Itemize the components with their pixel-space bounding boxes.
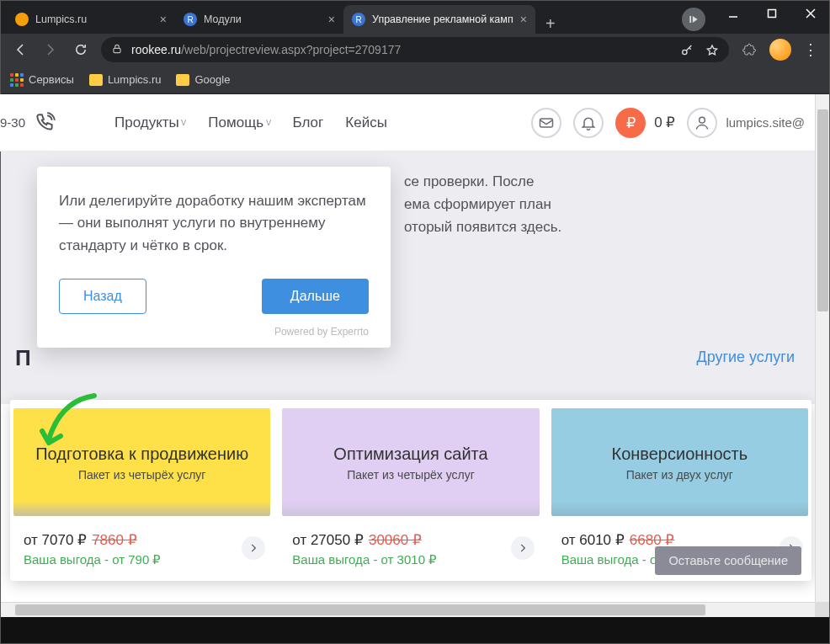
favicon-icon	[15, 13, 29, 26]
svg-point-8	[700, 117, 705, 123]
address-bar: rookee.ru/web/projectreview.aspx?project…	[0, 34, 830, 66]
horizontal-scrollbar[interactable]	[0, 602, 815, 617]
tab-title: Модули	[204, 13, 322, 25]
tab-title: Lumpics.ru	[35, 13, 153, 25]
browser-tab[interactable]: R Модули ×	[175, 5, 343, 34]
onboarding-popup: Или делегируйте доработку нашим эксперта…	[37, 167, 391, 348]
section-heading: П	[15, 345, 31, 371]
ruble-icon: ₽	[615, 108, 646, 138]
card-subtitle: Пакет из двух услуг	[626, 468, 733, 482]
favicon-icon: R	[352, 13, 365, 26]
balance-text: 0 ₽	[654, 114, 675, 131]
svg-rect-7	[540, 119, 553, 127]
scroll-right-button[interactable]	[768, 603, 815, 617]
vertical-scrollbar[interactable]	[815, 94, 830, 602]
user-menu[interactable]: lumpics.site@	[687, 108, 805, 138]
apps-button[interactable]: Сервисы	[10, 73, 74, 87]
card-subtitle: Пакет из четырёх услуг	[78, 468, 206, 482]
scroll-thumb[interactable]	[817, 109, 828, 311]
svg-point-6	[683, 50, 687, 54]
card-benefit: Ваша выгода - от 3010 ₽	[292, 552, 529, 567]
browser-tab[interactable]: Lumpics.ru ×	[7, 5, 175, 34]
card-price: от 27050 ₽	[292, 532, 364, 548]
nav-forward-button	[37, 36, 64, 63]
service-card-optimization[interactable]: Оптимизация сайта Пакет из четырёх услуг…	[282, 408, 539, 576]
card-subtitle: Пакет из четырёх услуг	[347, 468, 475, 482]
url-host: rookee.ru	[131, 43, 181, 56]
bookmark-star-icon[interactable]	[705, 43, 719, 56]
bookmarks-bar: Сервисы Lumpics.ru Google	[0, 66, 830, 94]
scroll-up-button[interactable]	[816, 94, 830, 109]
browser-tab[interactable]: R Управление рекламной камп ×	[343, 5, 535, 34]
menu-cases[interactable]: Кейсы	[345, 114, 387, 131]
card-title: Оптимизация сайта	[333, 444, 487, 465]
menu-help[interactable]: Помощь	[208, 114, 270, 131]
card-old-price: 30060 ₽	[369, 532, 422, 548]
password-key-icon[interactable]	[680, 43, 694, 56]
apps-icon	[10, 73, 24, 87]
nav-reload-button[interactable]	[67, 36, 94, 63]
tab-title: Управление рекламной камп	[372, 13, 513, 25]
card-price: от 6010 ₽	[561, 532, 625, 548]
apps-label: Сервисы	[29, 73, 74, 86]
tab-close-icon[interactable]: ×	[520, 13, 527, 26]
user-email: lumpics.site@	[726, 115, 805, 130]
card-price: от 7070 ₽	[24, 532, 87, 548]
chat-widget-button[interactable]: Оставьте сообщение	[655, 546, 801, 575]
phone-icon[interactable]	[34, 112, 56, 134]
phone-fragment: 9-30	[0, 115, 34, 130]
bookmark-item[interactable]: Lumpics.ru	[89, 73, 162, 86]
tab-close-icon[interactable]: ×	[328, 13, 335, 26]
window-close-button[interactable]	[791, 0, 830, 27]
extensions-button[interactable]	[736, 36, 763, 63]
card-chevron-button[interactable]	[511, 536, 535, 560]
folder-icon	[176, 74, 189, 86]
page-viewport: 9-30 Продукты Помощь Блог Кейсы ₽ 0 ₽	[0, 94, 830, 617]
scroll-thumb[interactable]	[15, 604, 705, 615]
favicon-icon: R	[184, 13, 197, 26]
bookmark-label: Google	[194, 73, 230, 86]
card-old-price: 7860 ₽	[92, 532, 137, 548]
tab-strip: Lumpics.ru × R Модули × R Управление рек…	[0, 0, 830, 34]
url-path: /web/projectreview.aspx?project=2709177	[181, 43, 401, 56]
popup-back-button[interactable]: Назад	[59, 279, 146, 314]
window-minimize-button[interactable]	[714, 0, 753, 27]
scroll-down-button[interactable]	[816, 587, 830, 602]
user-icon	[687, 108, 717, 138]
popup-credit: Powered by Experrto	[59, 326, 369, 338]
messages-button[interactable]	[531, 108, 561, 138]
nav-back-button[interactable]	[7, 36, 34, 63]
annotation-arrow-icon	[37, 389, 104, 456]
new-tab-button[interactable]: +	[535, 14, 566, 34]
media-control-button[interactable]	[682, 8, 705, 31]
card-benefit: Ваша выгода - от 790 ₽	[24, 552, 260, 567]
bg-text: се проверки. После ема сформирует план о…	[404, 170, 561, 239]
site-header: 9-30 Продукты Помощь Блог Кейсы ₽ 0 ₽	[0, 94, 815, 152]
window-maximize-button[interactable]	[753, 0, 791, 27]
svg-rect-5	[114, 48, 120, 52]
bookmark-label: Lumpics.ru	[108, 73, 162, 86]
tab-close-icon[interactable]: ×	[160, 13, 167, 26]
card-title: Конверсионность	[612, 444, 748, 465]
browser-menu-button[interactable]: ⋮	[798, 40, 823, 59]
lock-icon	[111, 43, 125, 56]
menu-blog[interactable]: Блог	[293, 114, 324, 131]
profile-avatar-button[interactable]	[769, 39, 791, 61]
popup-text: Или делегируйте доработку нашим эксперта…	[59, 190, 369, 257]
balance-button[interactable]: ₽ 0 ₽	[615, 108, 675, 138]
notifications-button[interactable]	[573, 108, 604, 138]
other-services-link[interactable]: Другие услуги	[696, 349, 795, 366]
svg-rect-1	[769, 10, 776, 18]
folder-icon	[89, 74, 103, 86]
svg-rect-4	[689, 16, 691, 23]
menu-products[interactable]: Продукты	[114, 114, 186, 131]
bookmark-item[interactable]: Google	[176, 73, 230, 86]
scrollbar-corner	[815, 602, 830, 617]
popup-next-button[interactable]: Дальше	[262, 279, 369, 314]
url-field[interactable]: rookee.ru/web/projectreview.aspx?project…	[101, 37, 729, 62]
card-chevron-button[interactable]	[242, 536, 265, 560]
